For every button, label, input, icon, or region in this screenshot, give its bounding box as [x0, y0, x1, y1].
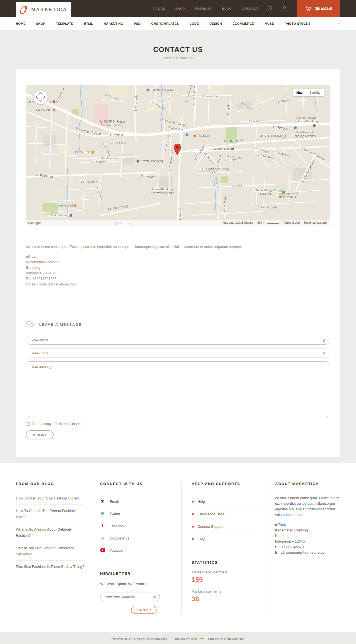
form-heading: LEAVE A MESSAGE: [39, 322, 82, 327]
cat-nav-cms-templates[interactable]: CMS TEMPLATES: [151, 22, 179, 25]
social-link-gplus[interactable]: g+Google Plus: [100, 532, 170, 544]
map-attribution: Google Map data ©2015 Google 200 m Terms…: [26, 220, 330, 226]
newsletter-heading: NEWSLETTER: [100, 571, 170, 576]
about-text: ec mollis lorem consequat. Fusce ipsum e…: [275, 495, 340, 518]
square-bullet-icon: [192, 501, 194, 503]
map-label: Jl. Aceh: [232, 185, 242, 188]
cat-nav-psd[interactable]: PSD: [134, 22, 140, 25]
terms-of-use-link[interactable]: Terms of Use: [283, 221, 300, 224]
header-nav-pages[interactable]: PAGES: [153, 7, 165, 10]
contact-intro-text: ec mollis lorem consequat. Fusce ipsum e…: [26, 245, 330, 249]
statistics-section: STATISTICS Marketplace Members159Marketp…: [192, 560, 259, 603]
map-label: GOR Pajajaran: [77, 180, 97, 184]
cat-nav-html[interactable]: HTML: [84, 22, 93, 25]
header-nav-blog[interactable]: BLOG: [222, 7, 232, 10]
statistics-heading: STATISTICS: [192, 560, 259, 565]
social-label: Twitter: [110, 512, 120, 516]
map-label: Jl. Taman Sari: [163, 134, 172, 152]
cat-nav-home[interactable]: HOME: [16, 22, 26, 25]
map-type-control: Map Satellite: [293, 89, 324, 96]
email-input[interactable]: [26, 349, 330, 357]
help-link-contact-support[interactable]: Contact Support: [192, 520, 259, 533]
blog-link[interactable]: Should You Use Fashion Consultant Servic…: [16, 542, 85, 561]
restaurant-icon: [73, 204, 77, 207]
map-button[interactable]: Map: [293, 89, 306, 96]
map-label: Jl. Cihampelas: [135, 93, 139, 112]
cat-nav-marketing[interactable]: MARKETING: [103, 22, 123, 25]
cart-icon: [305, 5, 312, 12]
email-icon: ✉: [100, 499, 105, 504]
pan-left-icon[interactable]: [36, 95, 39, 99]
map-scale: 200 m: [258, 221, 279, 224]
name-input[interactable]: [26, 336, 330, 345]
cat-nav-template[interactable]: TEMPLATE: [56, 22, 73, 25]
map-label: Raja Sunda: [36, 108, 56, 112]
map-label: Jl. Purnawarman: [168, 150, 174, 171]
send-copy-checkbox[interactable]: [26, 422, 29, 426]
blog-link[interactable]: Plus Size Fashion: Is There Such a Thing…: [16, 561, 85, 573]
scale-bar: [267, 222, 279, 224]
map-label: Jl. Diponegoro: [223, 138, 243, 143]
social-link-youtube[interactable]: Youtube: [100, 544, 170, 556]
footer-connect-column: CONNECT WITH US ✉EmailTwitterfFacebookg+…: [94, 482, 181, 614]
google-map[interactable]: AstoaRaja SundaJl. Haji YasinJl. MakmurJ…: [26, 85, 330, 226]
logo[interactable]: MARKETICA: [16, 2, 71, 17]
map-label: Jl. Makmur: [105, 93, 119, 101]
hotel-icon: [69, 214, 73, 217]
cat-nav-ecommerce[interactable]: ECOMMERCE: [233, 22, 254, 25]
breadcrumb-current: Contact Us: [176, 56, 192, 60]
blog-link[interactable]: How To Choose The Perfect Fashion Store?: [16, 505, 85, 523]
office-label: office:: [26, 254, 330, 259]
header-nav-wishlist[interactable]: WISHLIST: [195, 7, 212, 10]
header-nav-shop[interactable]: SHOP: [175, 7, 185, 10]
pan-right-icon[interactable]: [42, 95, 46, 99]
social-link-facebook[interactable]: fFacebook: [100, 520, 170, 532]
office-address: Kecamatan CoblongBandung.Indonesia – 491…: [26, 259, 330, 287]
address-line: Email. contact@marketica.com: [26, 282, 330, 287]
youtube-icon: [100, 548, 105, 553]
newsletter-email-input[interactable]: [100, 593, 160, 601]
footer-blog-column: FROM OUR BLOG How To Start Your Own Fash…: [16, 482, 94, 614]
square-bullet-icon: [192, 513, 194, 515]
footer-links[interactable]: PRIVACY POLICY . TERMS OF SERVICES: [175, 638, 244, 641]
landmark-icon: [312, 124, 317, 128]
cat-nav-design[interactable]: DESIGN: [209, 22, 222, 25]
cat-nav-code[interactable]: CODE: [189, 22, 199, 25]
chat-bubbles-icon: [26, 321, 34, 328]
cat-nav-muse[interactable]: MUSE: [264, 22, 274, 25]
blog-link[interactable]: How To Start Your Own Fashion Store?: [16, 495, 85, 505]
pan-up-icon[interactable]: [39, 92, 42, 96]
social-link-twitter[interactable]: Twitter: [100, 508, 170, 520]
breadcrumb-home[interactable]: Home: [163, 56, 172, 60]
help-link-help[interactable]: Help: [192, 495, 259, 508]
message-textarea[interactable]: [26, 361, 330, 417]
cat-nav-photo-stocks[interactable]: PHOTO STOCKS: [285, 22, 311, 25]
help-link-knowladge-base[interactable]: Knowladge Base: [192, 508, 259, 520]
header-nav-contact[interactable]: CONTACT: [242, 7, 259, 10]
connect-list: ✉EmailTwitterfFacebookg+Google PlusYoutu…: [100, 495, 170, 556]
map-labels-layer: AstoaRaja SundaJl. Haji YasinJl. MakmurJ…: [26, 85, 330, 226]
submit-button[interactable]: SUBMIT: [26, 430, 54, 439]
pan-down-icon[interactable]: [39, 99, 42, 102]
map-label: RSUP Dr. Hasan Sadikin Bandung: [99, 120, 126, 127]
user-icon[interactable]: [281, 6, 288, 12]
map-label: Kantor Imigrasi Kelas I - Bandung: [295, 116, 318, 123]
satellite-button[interactable]: Satellite: [306, 89, 324, 96]
restaurant-icon: [193, 134, 196, 138]
help-link-faq[interactable]: FAQ: [192, 533, 259, 545]
search-icon[interactable]: [267, 6, 273, 12]
blog-link[interactable]: What is So Alluring About Celebrity Fash…: [16, 523, 85, 542]
map-pin-icon[interactable]: [174, 144, 181, 155]
hospital-icon: [212, 172, 215, 175]
report-map-error-link[interactable]: Report a map error: [304, 221, 328, 224]
cart-button[interactable]: $653.50: [297, 0, 340, 17]
map-pan-control[interactable]: [34, 90, 48, 104]
signup-button[interactable]: SIGN UP: [131, 606, 157, 614]
map-label: Jl. Haji Yasin: [55, 88, 65, 103]
map-label: Jl. Surapati: [273, 125, 289, 131]
cat-nav-shop[interactable]: SHOP: [36, 22, 45, 25]
restaurant-icon: [91, 151, 95, 154]
nav-more-chevron-icon[interactable]: »: [337, 22, 341, 24]
social-link-email[interactable]: ✉Email: [100, 495, 170, 508]
map-label: Prima Rasa: [75, 150, 95, 154]
